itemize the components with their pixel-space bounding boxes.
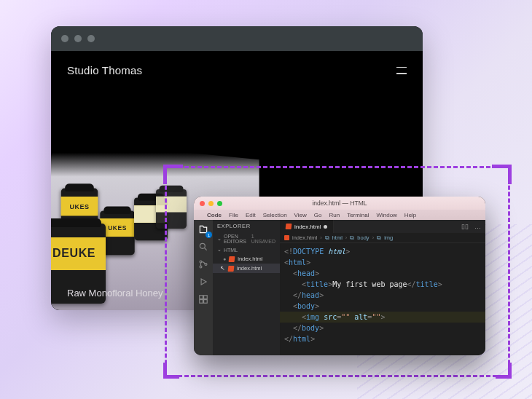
- mac-titlebar: index.html — HTML: [194, 197, 485, 210]
- vscode-window: index.html — HTML Code File Edit Selecti…: [194, 197, 485, 355]
- menu-run[interactable]: Run: [329, 212, 340, 218]
- svg-point-1: [200, 261, 202, 263]
- traffic-light-dot: [87, 35, 95, 42]
- file-item[interactable]: ↖ index.html: [213, 264, 280, 273]
- explorer-title: EXPLORER: [213, 220, 280, 232]
- svg-point-0: [200, 243, 205, 248]
- file-item[interactable]: ● index.html: [213, 254, 280, 264]
- window-title: index.html — HTML: [194, 200, 485, 207]
- menu-selection[interactable]: Selection: [263, 212, 287, 218]
- explorer-badge: 1: [206, 232, 212, 238]
- folder-name: HTML: [224, 248, 238, 253]
- extensions-icon[interactable]: [198, 294, 208, 304]
- open-editors-header[interactable]: ⌄ OPEN EDITORS 1 UNSAVED: [213, 232, 280, 245]
- folder-header[interactable]: ⌄ HTML: [213, 245, 280, 254]
- split-editor-icon[interactable]: ▯▯: [461, 223, 469, 230]
- chevron-down-icon: ⌄: [217, 236, 222, 242]
- menu-help[interactable]: Help: [404, 212, 416, 218]
- site-title: Studio Thomas: [67, 64, 142, 76]
- mac-menubar: Code File Edit Selection View Go Run Ter…: [194, 210, 485, 220]
- breadcrumbs[interactable]: index.html › ⧉html › ⧉body › ⧉img: [280, 233, 485, 243]
- editor-tabs: index.html ▯▯ …: [280, 220, 485, 233]
- jar-image: [156, 189, 187, 229]
- more-icon[interactable]: …: [474, 223, 481, 230]
- menu-go[interactable]: Go: [314, 212, 322, 218]
- html-file-icon: [228, 266, 235, 272]
- svg-rect-4: [200, 296, 203, 299]
- maximize-icon[interactable]: [217, 201, 222, 206]
- code-editor[interactable]: <!DOCTYPE html> <html> <head> <title>My …: [280, 243, 485, 355]
- jar-label: DEUKE: [51, 237, 106, 269]
- menu-terminal[interactable]: Terminal: [347, 212, 369, 218]
- svg-rect-6: [200, 300, 203, 304]
- jar-label: [156, 196, 187, 212]
- menu-file[interactable]: File: [229, 212, 238, 218]
- hamburger-icon[interactable]: [396, 67, 407, 74]
- file-name: index.html: [238, 256, 262, 262]
- traffic-light-dot: [74, 35, 82, 42]
- editor-area: index.html ▯▯ … index.html › ⧉html › ⧉bo…: [280, 220, 485, 355]
- open-editors-label: OPEN EDITORS: [224, 234, 249, 244]
- svg-rect-5: [204, 296, 208, 299]
- close-icon[interactable]: [200, 201, 205, 206]
- html-file-icon: [284, 235, 289, 240]
- menu-edit[interactable]: Edit: [246, 212, 256, 218]
- site-header: Studio Thomas: [67, 64, 407, 76]
- cursor-icon: ↖: [220, 265, 225, 272]
- explorer-sidebar: EXPLORER ⌄ OPEN EDITORS 1 UNSAVED ⌄ HTML…: [213, 220, 280, 355]
- breadcrumb-part: img: [384, 234, 393, 241]
- breadcrumb-part: html: [332, 234, 343, 241]
- explorer-icon[interactable]: 1: [198, 224, 208, 234]
- svg-rect-7: [204, 300, 208, 304]
- html-file-icon: [286, 224, 292, 229]
- jar-label: UKES: [61, 197, 98, 216]
- breadcrumb-file: index.html: [292, 234, 317, 241]
- html-file-icon: [229, 256, 235, 262]
- modified-dot-icon: [324, 225, 327, 229]
- activity-bar: 1: [194, 220, 213, 355]
- breadcrumb-part: body: [357, 234, 369, 241]
- tab-actions: ▯▯ …: [457, 220, 485, 233]
- chevron-down-icon: ⌄: [217, 247, 222, 253]
- file-name: index.html: [237, 265, 262, 272]
- menu-view[interactable]: View: [294, 212, 307, 218]
- browser-titlebar: [51, 26, 423, 51]
- search-icon[interactable]: [198, 242, 208, 252]
- svg-point-2: [200, 266, 202, 268]
- menu-app[interactable]: Code: [207, 212, 222, 218]
- traffic-light-dot: [61, 35, 69, 42]
- hero-caption: Raw Monofloral Honey: [67, 288, 163, 299]
- minimize-icon[interactable]: [208, 201, 214, 206]
- unsaved-count: 1 UNSAVED: [251, 234, 275, 244]
- tab-label: index.html: [294, 224, 321, 230]
- menu-window[interactable]: Window: [376, 212, 396, 218]
- run-debug-icon[interactable]: [198, 277, 208, 287]
- tab-index-html[interactable]: index.html: [280, 220, 334, 233]
- modified-indicator: ●: [223, 256, 226, 261]
- source-control-icon[interactable]: [198, 259, 208, 269]
